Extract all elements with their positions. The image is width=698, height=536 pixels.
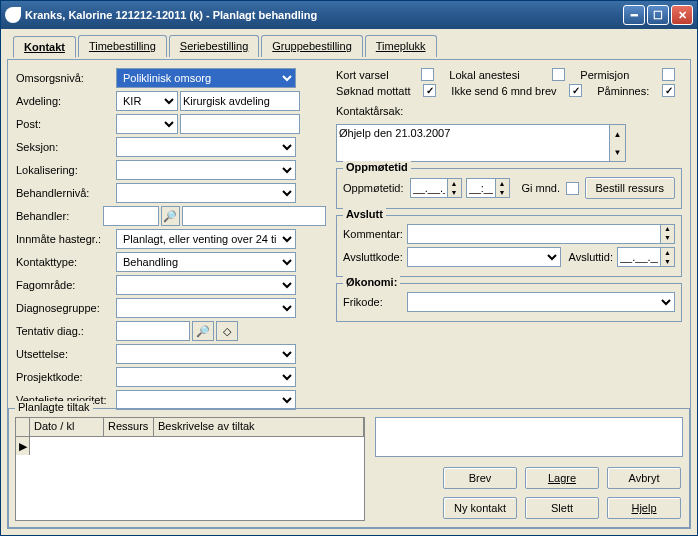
check-soknad[interactable]: [423, 84, 436, 97]
label-utsettelse: Utsettelse:: [16, 348, 116, 360]
input-oppmote-date[interactable]: [410, 178, 448, 198]
spin-down-icon[interactable]: ▼: [609, 143, 625, 161]
select-frikode[interactable]: [407, 292, 675, 312]
label-ikkesend: Ikke send 6 mnd brev: [451, 85, 561, 97]
label-prosjekt: Prosjektkode:: [16, 371, 116, 383]
app-icon: [5, 7, 21, 23]
table-tiltak[interactable]: Dato / kl Ressurs Beskrivelse av tiltak …: [15, 417, 365, 521]
left-column: Omsorgsnivå: Poliklinisk omsorg Avdeling…: [16, 68, 326, 413]
window-title: Kranks, Kalorine 121212-12011 (k) - Plan…: [25, 9, 623, 21]
check-kortvarsel[interactable]: [421, 68, 434, 81]
close-button[interactable]: ✕: [671, 5, 693, 25]
binoculars-icon[interactable]: 🔎: [161, 206, 180, 226]
select-post[interactable]: [116, 114, 178, 134]
check-paminnes[interactable]: [662, 84, 675, 97]
spin-up-icon[interactable]: ▲: [609, 125, 625, 143]
select-kontakttype[interactable]: Behandling: [116, 252, 296, 272]
select-utsettelse[interactable]: [116, 344, 296, 364]
group-okonomi: Økonomi: Frikode:: [336, 283, 682, 322]
spin-up[interactable]: ▲: [448, 179, 461, 188]
tab-gruppebestilling[interactable]: Gruppebestilling: [261, 35, 363, 57]
content-panel: Omsorgsnivå: Poliklinisk omsorg Avdeling…: [7, 59, 691, 529]
binoculars-icon-2[interactable]: 🔎: [192, 321, 214, 341]
label-kontakttype: Kontakttype:: [16, 256, 116, 268]
label-lokalanestesi: Lokal anestesi: [449, 69, 544, 81]
input-kommentar[interactable]: ▲▼: [407, 224, 675, 244]
select-avsluttkode[interactable]: [407, 247, 561, 267]
label-soknad: Søknad mottatt: [336, 85, 415, 97]
input-tentativ[interactable]: [116, 321, 190, 341]
select-fagomrade[interactable]: [116, 275, 296, 295]
select-diagnose[interactable]: [116, 298, 296, 318]
textarea-kontaktarsak[interactable]: Øhjelp den 21.03.2007 ▲▼: [336, 124, 626, 162]
check-ikkesend[interactable]: [569, 84, 582, 97]
label-behandlerniva: Behandlernivå:: [16, 187, 116, 199]
check-lokalanestesi[interactable]: [552, 68, 565, 81]
label-permisjon: Permisjon: [580, 69, 654, 81]
button-bestill-ressurs[interactable]: Bestill ressurs: [585, 177, 675, 199]
button-brev[interactable]: Brev: [443, 467, 517, 489]
label-lokalisering: Lokalisering:: [16, 164, 116, 176]
detail-box: [375, 417, 683, 457]
window: Kranks, Kalorine 121212-12011 (k) - Plan…: [0, 0, 698, 536]
input-post[interactable]: [180, 114, 300, 134]
label-frikode: Frikode:: [343, 296, 407, 308]
group-planlagte-tiltak: Planlagte tiltak Dato / kl Ressurs Beskr…: [8, 408, 690, 528]
tab-kontakt[interactable]: Kontakt: [13, 36, 76, 58]
label-oppmotetid: Oppmøtetid:: [343, 182, 410, 194]
tab-seriebestilling[interactable]: Seriebestilling: [169, 35, 259, 57]
eraser-icon[interactable]: ◇: [216, 321, 238, 341]
label-gimnd: Gi mnd.: [522, 182, 561, 194]
label-paminnes: Påminnes:: [597, 85, 654, 97]
tab-timebestilling[interactable]: Timebestilling: [78, 35, 167, 57]
label-innmate: Innmåte hastegr.:: [16, 233, 116, 245]
tab-timeplukk[interactable]: Timeplukk: [365, 35, 437, 57]
label-kontaktarsak: Kontaktårsak:: [336, 105, 403, 117]
group-oppmotetid: Oppmøtetid Oppmøtetid: ▲▼ ▲▼ Gi mnd. Bes…: [336, 168, 682, 209]
col-ressurs[interactable]: Ressurs: [104, 418, 154, 436]
label-omsorgsniva: Omsorgsnivå:: [16, 72, 116, 84]
label-kortvarsel: Kort varsel: [336, 69, 413, 81]
right-column: Kort varsel Lokal anestesi Permisjon Søk…: [336, 68, 682, 413]
label-kommentar: Kommentar:: [343, 228, 407, 240]
select-lokalisering[interactable]: [116, 160, 296, 180]
input-avsluttid[interactable]: [617, 247, 661, 267]
label-tentativ: Tentativ diag.:: [16, 325, 116, 337]
label-avsluttid: Avsluttid:: [569, 251, 613, 263]
maximize-button[interactable]: ☐: [647, 5, 669, 25]
select-behandlerniva[interactable]: [116, 183, 296, 203]
label-post: Post:: [16, 118, 116, 130]
label-avsluttkode: Avsluttkode:: [343, 251, 407, 263]
col-beskrivelse[interactable]: Beskrivelse av tiltak: [154, 418, 364, 436]
input-behandler[interactable]: [103, 206, 159, 226]
select-innmate[interactable]: Planlagt, eller venting over 24 tim: [116, 229, 296, 249]
button-lagre[interactable]: Lagre: [525, 467, 599, 489]
label-fagomrade: Fagområde:: [16, 279, 116, 291]
input-avdeling-name[interactable]: [180, 91, 300, 111]
tabstrip: Kontakt Timebestilling Seriebestilling G…: [13, 35, 691, 57]
col-dato[interactable]: Dato / kl: [30, 418, 104, 436]
check-permisjon[interactable]: [662, 68, 675, 81]
label-diagnose: Diagnosegruppe:: [16, 302, 116, 314]
button-hjelp[interactable]: Hjelp: [607, 497, 681, 519]
select-venteliste[interactable]: [116, 390, 296, 410]
group-avslutt: Avslutt Kommentar: ▲▼ Avsluttkode: Avslu…: [336, 215, 682, 277]
select-avdeling-code[interactable]: KIR: [116, 91, 178, 111]
input-oppmote-time[interactable]: [466, 178, 496, 198]
select-omsorgsniva[interactable]: Poliklinisk omsorg: [116, 68, 296, 88]
select-prosjekt[interactable]: [116, 367, 296, 387]
select-seksjon[interactable]: [116, 137, 296, 157]
input-behandler-name[interactable]: [182, 206, 326, 226]
label-seksjon: Seksjon:: [16, 141, 116, 153]
titlebar: Kranks, Kalorine 121212-12011 (k) - Plan…: [1, 1, 697, 29]
label-behandler: Behandler:: [16, 210, 103, 222]
button-nykontakt[interactable]: Ny kontakt: [443, 497, 517, 519]
row-marker-icon: ▶: [16, 437, 30, 455]
spin-down[interactable]: ▼: [448, 188, 461, 197]
minimize-button[interactable]: ━: [623, 5, 645, 25]
check-gimnd[interactable]: [566, 182, 579, 195]
button-slett[interactable]: Slett: [525, 497, 599, 519]
label-avdeling: Avdeling:: [16, 95, 116, 107]
button-avbryt[interactable]: Avbryt: [607, 467, 681, 489]
